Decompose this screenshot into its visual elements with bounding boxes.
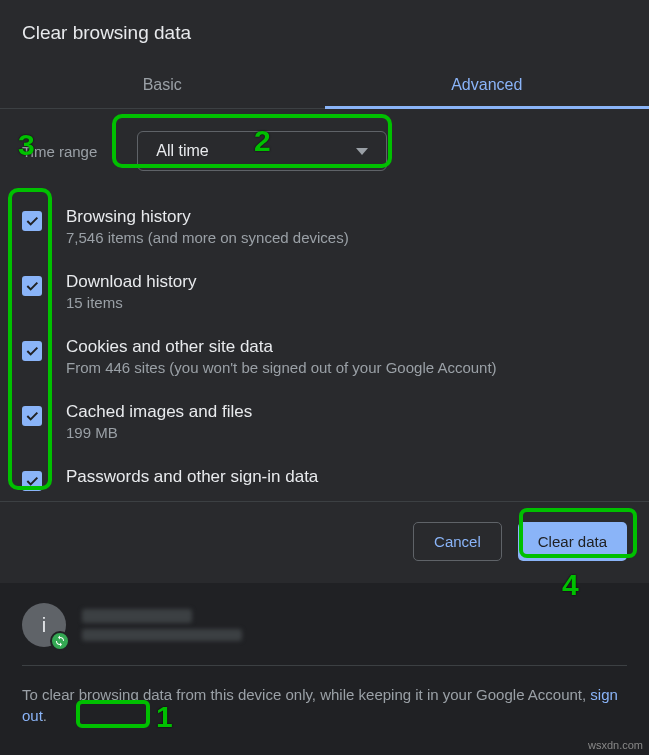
- item-title: Passwords and other sign-in data: [66, 467, 318, 487]
- tab-advanced[interactable]: Advanced: [325, 62, 650, 108]
- clear-browsing-data-dialog: Clear browsing data Basic Advanced Time …: [0, 0, 649, 583]
- watermark: wsxdn.com: [588, 739, 643, 751]
- checkbox-passwords[interactable]: [22, 471, 42, 491]
- footer-text: To clear browsing data from this device …: [0, 666, 649, 748]
- item-title: Download history: [66, 272, 196, 292]
- check-icon: [24, 408, 40, 424]
- checkbox-browsing-history[interactable]: [22, 211, 42, 231]
- chevron-down-icon: [356, 148, 368, 155]
- avatar: i: [22, 603, 66, 647]
- item-title: Cookies and other site data: [66, 337, 497, 357]
- clear-data-button[interactable]: Clear data: [518, 522, 627, 561]
- dialog-body: Time range All time Browsing history 7,5…: [0, 109, 649, 501]
- dialog-title: Clear browsing data: [0, 0, 649, 62]
- checkbox-cached[interactable]: [22, 406, 42, 426]
- item-sub: 15 items: [66, 294, 196, 311]
- footer-after: .: [43, 707, 47, 724]
- time-range-label: Time range: [22, 143, 97, 160]
- footer-before: To clear browsing data from this device …: [22, 686, 590, 703]
- tab-basic[interactable]: Basic: [0, 62, 325, 108]
- check-icon: [24, 473, 40, 489]
- cancel-button[interactable]: Cancel: [413, 522, 502, 561]
- dialog-actions: Cancel Clear data: [0, 502, 649, 583]
- sync-badge-icon: [50, 631, 70, 651]
- list-item[interactable]: Download history 15 items: [22, 260, 627, 325]
- item-sub: 7,546 items (and more on synced devices): [66, 229, 349, 246]
- time-range-select[interactable]: All time: [137, 131, 387, 171]
- time-range-selected: All time: [156, 142, 356, 160]
- list-item[interactable]: Browsing history 7,546 items (and more o…: [22, 195, 627, 260]
- account-info-redacted: [82, 609, 242, 641]
- list-item[interactable]: Passwords and other sign-in data: [22, 455, 627, 491]
- list-item[interactable]: Cookies and other site data From 446 sit…: [22, 325, 627, 390]
- check-icon: [24, 278, 40, 294]
- check-icon: [24, 343, 40, 359]
- account-row: i: [0, 583, 649, 665]
- list-item[interactable]: Cached images and files 199 MB: [22, 390, 627, 455]
- item-sub: 199 MB: [66, 424, 252, 441]
- item-sub: From 446 sites (you won't be signed out …: [66, 359, 497, 376]
- item-title: Browsing history: [66, 207, 349, 227]
- avatar-letter: i: [42, 614, 46, 637]
- item-title: Cached images and files: [66, 402, 252, 422]
- checkbox-cookies[interactable]: [22, 341, 42, 361]
- time-range-row: Time range All time: [22, 131, 627, 171]
- tabs: Basic Advanced: [0, 62, 649, 109]
- checkbox-download-history[interactable]: [22, 276, 42, 296]
- check-icon: [24, 213, 40, 229]
